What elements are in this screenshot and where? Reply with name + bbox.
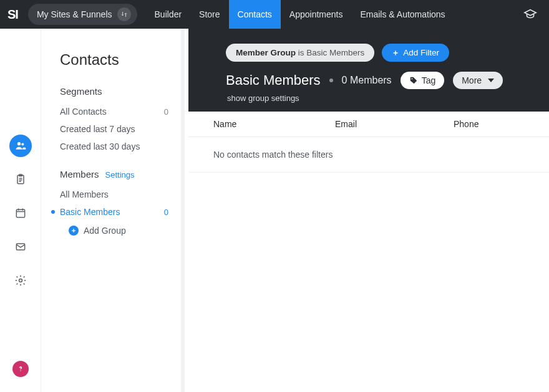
- tag-button[interactable]: Tag: [401, 72, 445, 89]
- nav-store[interactable]: Store: [190, 0, 228, 29]
- tag-icon: [409, 76, 418, 85]
- segment-count: 0: [164, 107, 168, 117]
- svg-point-7: [20, 370, 21, 371]
- member-count: 0: [164, 208, 168, 217]
- help-button[interactable]: [12, 361, 29, 377]
- members-heading: Members: [60, 169, 99, 179]
- col-email[interactable]: Email: [335, 119, 454, 129]
- app-logo[interactable]: SI: [7, 7, 18, 22]
- segment-created-7d[interactable]: Created last 7 days: [60, 120, 168, 138]
- filter-field: Member Group: [236, 48, 296, 57]
- rail-mail[interactable]: [9, 236, 32, 258]
- filter-value: is Basic Members: [296, 48, 364, 57]
- svg-point-6: [19, 279, 22, 282]
- svg-rect-2: [17, 175, 24, 183]
- segment-label: All Contacts: [60, 107, 107, 117]
- nav-emails-automations[interactable]: Emails & Automations: [351, 0, 454, 29]
- active-filter-chip[interactable]: Member Group is Basic Members: [226, 44, 374, 62]
- more-button[interactable]: More: [453, 72, 503, 89]
- swap-icon: [117, 7, 131, 21]
- member-basic[interactable]: Basic Members 0: [60, 203, 168, 221]
- rail-clipboard[interactable]: [9, 168, 32, 191]
- group-title: Basic Members: [226, 72, 321, 88]
- segment-label: Created last 30 days: [60, 141, 140, 151]
- add-group-label: Add Group: [84, 226, 126, 236]
- rail-contacts[interactable]: [9, 135, 32, 157]
- chevron-down-icon: [488, 79, 494, 82]
- svg-point-0: [17, 142, 20, 145]
- rail-calendar[interactable]: [9, 202, 32, 224]
- table-header: Name Email Phone: [188, 112, 549, 137]
- col-phone[interactable]: Phone: [454, 119, 537, 129]
- show-group-settings-link[interactable]: show group settings: [227, 93, 299, 103]
- member-label: All Members: [60, 189, 109, 199]
- add-filter-label: Add Filter: [403, 48, 439, 57]
- separator-dot: [329, 79, 333, 82]
- rail-settings[interactable]: [9, 269, 32, 292]
- academy-icon[interactable]: [522, 6, 539, 23]
- member-all[interactable]: All Members: [60, 186, 168, 203]
- nav-appointments[interactable]: Appointments: [281, 0, 352, 29]
- plus-icon: [69, 226, 79, 236]
- segments-heading: Segments: [60, 86, 102, 97]
- sites-funnels-label: My Sites & Funnels: [37, 9, 112, 19]
- sites-funnels-switcher[interactable]: My Sites & Funnels: [28, 4, 137, 25]
- members-settings-link[interactable]: Settings: [105, 170, 135, 179]
- page-title: Contacts: [60, 51, 168, 69]
- svg-point-1: [21, 143, 24, 146]
- svg-point-8: [411, 78, 412, 79]
- add-group-button[interactable]: Add Group: [60, 221, 168, 236]
- col-name[interactable]: Name: [213, 119, 335, 129]
- nav-builder[interactable]: Builder: [146, 0, 191, 29]
- segment-all-contacts[interactable]: All Contacts 0: [60, 103, 168, 120]
- more-label: More: [462, 75, 482, 85]
- segment-label: Created last 7 days: [60, 124, 135, 134]
- nav-contacts[interactable]: Contacts: [229, 0, 281, 29]
- segment-created-30d[interactable]: Created last 30 days: [60, 138, 168, 155]
- tag-label: Tag: [422, 75, 436, 85]
- member-count-text: 0 Members: [342, 75, 392, 86]
- svg-rect-4: [16, 209, 24, 218]
- member-label: Basic Members: [60, 207, 120, 217]
- add-filter-button[interactable]: Add Filter: [382, 44, 449, 62]
- empty-state: No contacts match these filters: [188, 137, 549, 173]
- plus-icon: [392, 49, 399, 57]
